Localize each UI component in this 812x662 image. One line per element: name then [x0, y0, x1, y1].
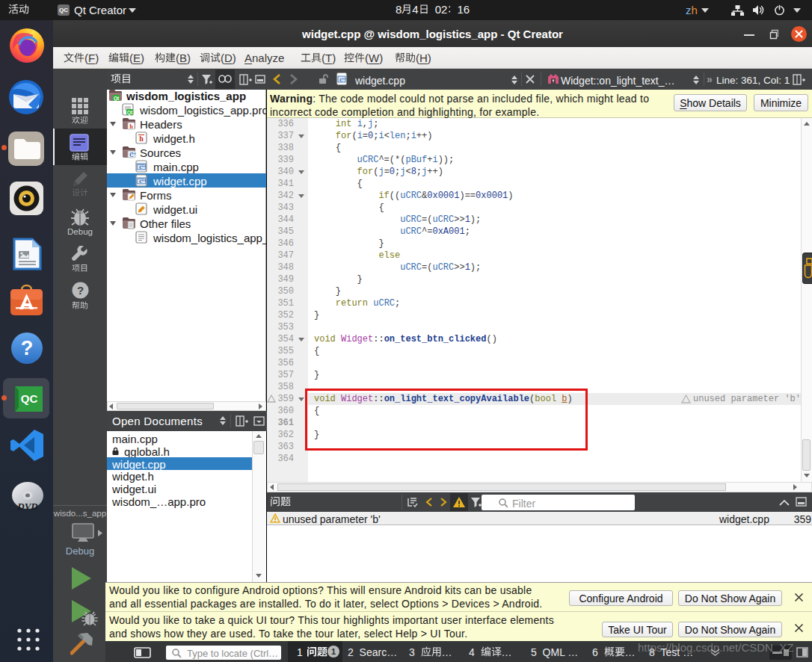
svg-text:++: ++	[142, 164, 147, 168]
svg-text:QC: QC	[21, 392, 38, 405]
svg-text:++: ++	[142, 178, 147, 182]
svg-text:++: ++	[342, 77, 346, 81]
svg-text:h: h	[129, 123, 133, 130]
svg-text:Qt: Qt	[114, 96, 120, 102]
svg-text:DVD: DVD	[16, 501, 38, 512]
svg-text:?: ?	[77, 284, 84, 297]
svg-text:h: h	[139, 134, 144, 143]
svg-text:Qt: Qt	[127, 110, 133, 116]
svg-text:++: ++	[132, 152, 136, 155]
svg-text:?: ?	[21, 337, 34, 359]
